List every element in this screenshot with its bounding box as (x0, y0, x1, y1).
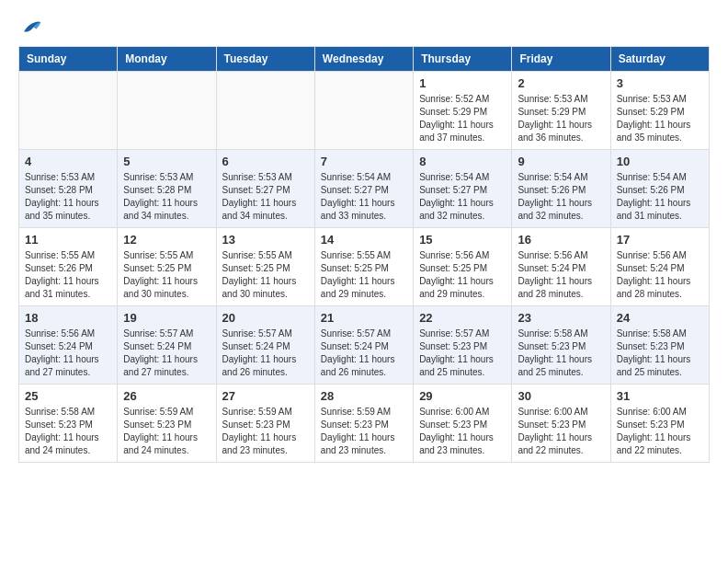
calendar-cell: 18Sunrise: 5:56 AM Sunset: 5:24 PM Dayli… (19, 306, 118, 385)
day-number: 30 (518, 389, 604, 403)
day-info: Sunrise: 5:55 AM Sunset: 5:25 PM Dayligh… (222, 249, 309, 301)
day-info: Sunrise: 5:58 AM Sunset: 5:23 PM Dayligh… (518, 327, 604, 379)
calendar-cell: 2Sunrise: 5:53 AM Sunset: 5:29 PM Daylig… (512, 72, 610, 150)
calendar-week-row: 11Sunrise: 5:55 AM Sunset: 5:26 PM Dayli… (19, 228, 710, 306)
day-info: Sunrise: 5:57 AM Sunset: 5:24 PM Dayligh… (123, 327, 210, 379)
day-number: 6 (222, 155, 309, 168)
calendar-cell: 27Sunrise: 5:59 AM Sunset: 5:23 PM Dayli… (216, 385, 314, 463)
calendar-cell: 14Sunrise: 5:55 AM Sunset: 5:25 PM Dayli… (314, 228, 413, 306)
calendar-cell (19, 72, 118, 150)
calendar-cell: 7Sunrise: 5:54 AM Sunset: 5:27 PM Daylig… (314, 150, 413, 228)
calendar-cell: 4Sunrise: 5:53 AM Sunset: 5:28 PM Daylig… (19, 150, 118, 228)
calendar-cell: 3Sunrise: 5:53 AM Sunset: 5:29 PM Daylig… (610, 72, 709, 150)
day-number: 9 (518, 155, 604, 168)
calendar-cell: 23Sunrise: 5:58 AM Sunset: 5:23 PM Dayli… (512, 306, 610, 385)
day-header-sunday: Sunday (19, 47, 118, 72)
calendar-week-row: 1Sunrise: 5:52 AM Sunset: 5:29 PM Daylig… (19, 72, 710, 150)
day-number: 25 (25, 389, 111, 403)
calendar-table: SundayMondayTuesdayWednesdayThursdayFrid… (18, 46, 710, 463)
day-number: 7 (321, 155, 407, 168)
day-info: Sunrise: 5:59 AM Sunset: 5:23 PM Dayligh… (123, 406, 210, 457)
day-info: Sunrise: 5:57 AM Sunset: 5:23 PM Dayligh… (419, 327, 506, 379)
day-number: 3 (617, 76, 703, 90)
calendar-cell: 26Sunrise: 5:59 AM Sunset: 5:23 PM Dayli… (118, 385, 216, 463)
calendar-week-row: 25Sunrise: 5:58 AM Sunset: 5:23 PM Dayli… (19, 385, 710, 463)
day-number: 15 (419, 233, 506, 247)
day-info: Sunrise: 5:58 AM Sunset: 5:23 PM Dayligh… (617, 327, 703, 379)
day-number: 17 (617, 233, 703, 247)
day-number: 19 (123, 311, 210, 325)
day-info: Sunrise: 5:52 AM Sunset: 5:29 PM Dayligh… (419, 93, 506, 144)
day-header-tuesday: Tuesday (216, 47, 314, 72)
logo (18, 18, 42, 31)
day-number: 22 (419, 311, 506, 325)
calendar-cell: 20Sunrise: 5:57 AM Sunset: 5:24 PM Dayli… (216, 306, 314, 385)
calendar-cell: 10Sunrise: 5:54 AM Sunset: 5:26 PM Dayli… (610, 150, 709, 228)
day-info: Sunrise: 5:54 AM Sunset: 5:27 PM Dayligh… (419, 171, 506, 223)
calendar-cell (216, 72, 314, 150)
day-number: 29 (419, 389, 506, 403)
day-info: Sunrise: 5:58 AM Sunset: 5:23 PM Dayligh… (25, 406, 111, 457)
day-info: Sunrise: 5:59 AM Sunset: 5:23 PM Dayligh… (321, 406, 407, 457)
day-number: 8 (419, 155, 506, 168)
calendar-cell: 8Sunrise: 5:54 AM Sunset: 5:27 PM Daylig… (414, 150, 512, 228)
day-info: Sunrise: 5:54 AM Sunset: 5:27 PM Dayligh… (321, 171, 407, 223)
day-info: Sunrise: 5:56 AM Sunset: 5:24 PM Dayligh… (518, 249, 604, 301)
day-info: Sunrise: 5:54 AM Sunset: 5:26 PM Dayligh… (518, 171, 604, 223)
day-number: 24 (617, 311, 703, 325)
calendar-header-row: SundayMondayTuesdayWednesdayThursdayFrid… (19, 47, 710, 72)
calendar-cell: 30Sunrise: 6:00 AM Sunset: 5:23 PM Dayli… (512, 385, 610, 463)
calendar-cell: 31Sunrise: 6:00 AM Sunset: 5:23 PM Dayli… (610, 385, 709, 463)
day-info: Sunrise: 5:55 AM Sunset: 5:26 PM Dayligh… (25, 249, 111, 301)
calendar-cell: 11Sunrise: 5:55 AM Sunset: 5:26 PM Dayli… (19, 228, 118, 306)
day-number: 1 (419, 76, 506, 90)
day-number: 14 (321, 233, 407, 247)
day-info: Sunrise: 6:00 AM Sunset: 5:23 PM Dayligh… (518, 406, 604, 457)
day-info: Sunrise: 5:53 AM Sunset: 5:28 PM Dayligh… (123, 171, 210, 223)
day-info: Sunrise: 5:53 AM Sunset: 5:28 PM Dayligh… (25, 171, 111, 223)
calendar-cell (314, 72, 413, 150)
calendar-week-row: 18Sunrise: 5:56 AM Sunset: 5:24 PM Dayli… (19, 306, 710, 385)
day-header-wednesday: Wednesday (314, 47, 413, 72)
day-header-friday: Friday (512, 47, 610, 72)
calendar-cell: 5Sunrise: 5:53 AM Sunset: 5:28 PM Daylig… (118, 150, 216, 228)
day-info: Sunrise: 5:57 AM Sunset: 5:24 PM Dayligh… (321, 327, 407, 379)
calendar-cell: 17Sunrise: 5:56 AM Sunset: 5:24 PM Dayli… (610, 228, 709, 306)
calendar-cell: 13Sunrise: 5:55 AM Sunset: 5:25 PM Dayli… (216, 228, 314, 306)
day-info: Sunrise: 5:55 AM Sunset: 5:25 PM Dayligh… (321, 249, 407, 301)
day-header-thursday: Thursday (414, 47, 512, 72)
day-number: 2 (518, 76, 604, 90)
calendar-cell: 24Sunrise: 5:58 AM Sunset: 5:23 PM Dayli… (610, 306, 709, 385)
day-info: Sunrise: 5:56 AM Sunset: 5:25 PM Dayligh… (419, 249, 506, 301)
calendar-cell: 21Sunrise: 5:57 AM Sunset: 5:24 PM Dayli… (314, 306, 413, 385)
day-number: 10 (617, 155, 703, 168)
day-header-saturday: Saturday (610, 47, 709, 72)
day-header-monday: Monday (118, 47, 216, 72)
calendar-cell: 29Sunrise: 6:00 AM Sunset: 5:23 PM Dayli… (414, 385, 512, 463)
day-number: 21 (321, 311, 407, 325)
calendar-cell: 1Sunrise: 5:52 AM Sunset: 5:29 PM Daylig… (414, 72, 512, 150)
calendar-week-row: 4Sunrise: 5:53 AM Sunset: 5:28 PM Daylig… (19, 150, 710, 228)
day-info: Sunrise: 5:55 AM Sunset: 5:25 PM Dayligh… (123, 249, 210, 301)
calendar-cell: 6Sunrise: 5:53 AM Sunset: 5:27 PM Daylig… (216, 150, 314, 228)
calendar-cell: 19Sunrise: 5:57 AM Sunset: 5:24 PM Dayli… (118, 306, 216, 385)
day-number: 28 (321, 389, 407, 403)
day-number: 18 (25, 311, 111, 325)
day-info: Sunrise: 5:57 AM Sunset: 5:24 PM Dayligh… (222, 327, 309, 379)
logo-bird-icon (20, 18, 42, 35)
day-number: 31 (617, 389, 703, 403)
day-number: 20 (222, 311, 309, 325)
day-number: 4 (25, 155, 111, 168)
day-info: Sunrise: 5:56 AM Sunset: 5:24 PM Dayligh… (25, 327, 111, 379)
day-number: 16 (518, 233, 604, 247)
day-number: 27 (222, 389, 309, 403)
day-info: Sunrise: 5:59 AM Sunset: 5:23 PM Dayligh… (222, 406, 309, 457)
day-info: Sunrise: 6:00 AM Sunset: 5:23 PM Dayligh… (419, 406, 506, 457)
day-info: Sunrise: 5:53 AM Sunset: 5:29 PM Dayligh… (617, 93, 703, 144)
calendar-cell: 22Sunrise: 5:57 AM Sunset: 5:23 PM Dayli… (414, 306, 512, 385)
page-header (18, 18, 710, 31)
day-number: 26 (123, 389, 210, 403)
day-number: 23 (518, 311, 604, 325)
calendar-cell: 15Sunrise: 5:56 AM Sunset: 5:25 PM Dayli… (414, 228, 512, 306)
calendar-cell: 9Sunrise: 5:54 AM Sunset: 5:26 PM Daylig… (512, 150, 610, 228)
